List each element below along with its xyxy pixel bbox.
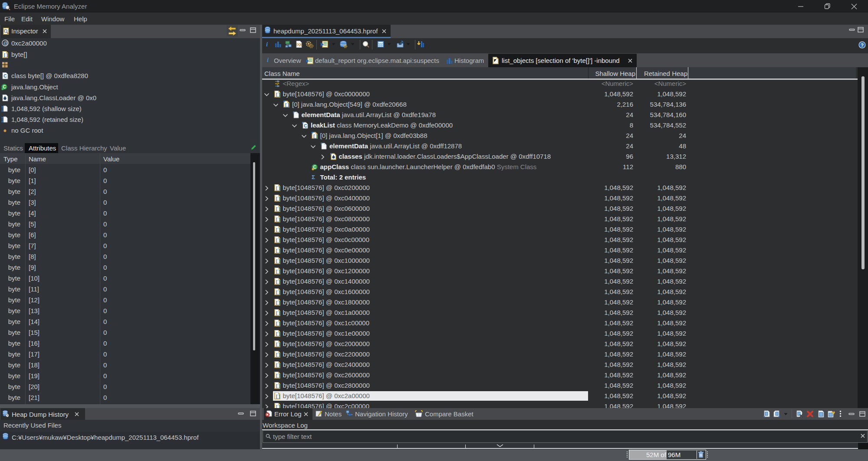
svg-text:[]: [] <box>276 239 280 243</box>
svg-text:[]: [] <box>276 186 280 191</box>
svg-text:[]: [] <box>285 103 289 108</box>
svg-text:[]: [] <box>313 134 318 139</box>
svg-text:[]: [] <box>3 53 8 58</box>
svg-text:[]: [] <box>276 311 280 316</box>
svg-text:OQL: OQL <box>296 43 302 46</box>
svg-text:[]: [] <box>276 270 280 274</box>
svg-text:[]: [] <box>276 249 280 253</box>
svg-text:[]: [] <box>276 93 280 97</box>
svg-text:[]: [] <box>276 384 280 389</box>
svg-text:[]: [] <box>276 405 280 409</box>
svg-text:[]: [] <box>276 332 280 337</box>
svg-text:C: C <box>3 74 7 78</box>
svg-text:?: ? <box>861 43 864 48</box>
svg-text:[]: [] <box>276 363 280 368</box>
svg-text:Σ: Σ <box>312 174 315 180</box>
svg-text:[]: [] <box>276 197 280 201</box>
svg-text:[]: [] <box>276 322 280 326</box>
svg-text:[]: [] <box>276 291 280 295</box>
svg-text:[]: [] <box>276 395 280 399</box>
svg-text:i: i <box>266 41 268 48</box>
svg-text:[]: [] <box>276 207 280 212</box>
svg-text:[]: [] <box>276 353 280 357</box>
svg-text:C: C <box>304 124 307 128</box>
svg-text:[]: [] <box>276 374 280 378</box>
svg-text:[]: [] <box>276 280 280 284</box>
svg-text:@: @ <box>3 40 8 46</box>
svg-text:i: i <box>267 56 269 63</box>
svg-text:[]: [] <box>276 301 280 305</box>
svg-text:[]: [] <box>276 259 280 264</box>
svg-text:[]: [] <box>276 218 280 222</box>
svg-text:[]: [] <box>276 343 280 347</box>
svg-text:[]: [] <box>276 228 280 232</box>
